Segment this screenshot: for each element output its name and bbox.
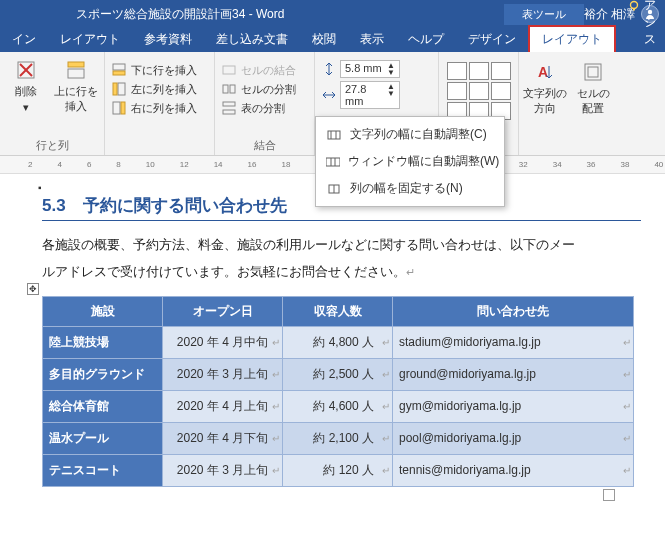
- tab-references[interactable]: 参考資料: [132, 27, 204, 52]
- window-title: スポーツ総合施設の開設計画34 - Word: [6, 6, 504, 23]
- svg-rect-31: [585, 64, 601, 80]
- insert-above-icon: [64, 58, 88, 82]
- svg-rect-10: [118, 83, 125, 95]
- spinner-icon[interactable]: ▲▼: [387, 62, 395, 76]
- svg-rect-6: [68, 69, 84, 78]
- tab-view[interactable]: 表示: [348, 27, 396, 52]
- facility-table[interactable]: 施設 オープン日 収容人数 問い合わせ先 陸上競技場2020 年 4 月中旬↵約…: [42, 296, 634, 487]
- merge-icon: [221, 62, 237, 78]
- ribbon-tabs: イン レイアウト 参考資料 差し込み文書 校閲 表示 ヘルプ デザイン レイアウ…: [0, 28, 665, 52]
- table-row: 温水プール2020 年 4 月下旬↵約 2,100 人↵pool@midoriy…: [43, 422, 634, 454]
- svg-rect-13: [121, 102, 125, 114]
- split-cells-button[interactable]: セルの分割: [221, 81, 308, 97]
- paragraph-line-2: ルアドレスで受け付けています。お気軽にお問合せください。↵: [42, 260, 641, 283]
- table-header-row: 施設 オープン日 収容人数 問い合わせ先: [43, 296, 634, 326]
- autofit-window-icon: [326, 154, 340, 170]
- table-row: 陸上競技場2020 年 4 月中旬↵約 4,800 人↵stadium@mido…: [43, 326, 634, 358]
- group-rowcol-extra: 下に行を挿入 左に列を挿入 右に列を挿入: [105, 52, 215, 155]
- split-table-button[interactable]: 表の分割: [221, 100, 308, 116]
- tab-table-layout[interactable]: レイアウト: [528, 25, 616, 52]
- svg-rect-2: [633, 8, 635, 10]
- th-facility: 施設: [43, 296, 163, 326]
- insert-left-button[interactable]: 左に列を挿入: [111, 81, 208, 97]
- th-open: オープン日: [163, 296, 283, 326]
- document-area[interactable]: ▪ 5.3 予約に関する問い合わせ先 各施設の概要、予約方法、料金、施設の利用ル…: [0, 174, 665, 487]
- align-ml[interactable]: [447, 82, 467, 100]
- align-tl[interactable]: [447, 62, 467, 80]
- split-cells-icon: [221, 81, 237, 97]
- svg-rect-18: [223, 110, 235, 114]
- svg-rect-11: [113, 83, 117, 95]
- autofit-window[interactable]: ウィンドウ幅に自動調整(W): [316, 148, 504, 175]
- tab-review[interactable]: 校閲: [300, 27, 348, 52]
- table-row: 多目的グラウンド2020 年 3 月上旬↵約 2,500 人↵ground@mi…: [43, 358, 634, 390]
- ribbon: 削除 ▾ 上に行を 挿入 行と列 下に行を挿入 左に列を挿入 右に列を挿入 セル…: [0, 52, 665, 156]
- table-row: 総合体育館2020 年 4 月上旬↵約 4,600 人↵gym@midoriya…: [43, 390, 634, 422]
- tell-me[interactable]: 操作アシス: [622, 0, 665, 52]
- tab-design-doc[interactable]: イン: [0, 27, 48, 52]
- fixed-width[interactable]: 列の幅を固定する(N): [316, 175, 504, 202]
- svg-rect-22: [328, 131, 340, 139]
- svg-rect-32: [588, 67, 598, 77]
- merge-cells-button[interactable]: セルの結合: [221, 62, 308, 78]
- insert-below-icon: [111, 62, 127, 78]
- group-cellsize: 5.8 mm▲▼ 27.8 mm▲▼ 自動調整 ▾ セルの 文字列の幅に自動調整…: [315, 52, 439, 155]
- svg-point-1: [631, 1, 638, 8]
- delete-button[interactable]: 削除 ▾: [6, 56, 46, 116]
- svg-rect-14: [223, 66, 235, 74]
- fixed-width-icon: [326, 181, 342, 197]
- align-mc[interactable]: [469, 82, 489, 100]
- table-move-handle[interactable]: ✥: [27, 283, 39, 295]
- bulb-icon: [628, 0, 640, 12]
- svg-rect-9: [113, 71, 125, 75]
- tab-table-design[interactable]: デザイン: [456, 27, 528, 52]
- insert-below-button[interactable]: 下に行を挿入: [111, 62, 208, 78]
- paragraph-line-1: 各施設の概要、予約方法、料金、施設の利用ルールなどに関する問い合わせは、以下のメ…: [42, 233, 641, 256]
- group-rowcol: 削除 ▾ 上に行を 挿入 行と列: [0, 52, 105, 155]
- insert-right-button[interactable]: 右に列を挿入: [111, 100, 208, 116]
- align-tc[interactable]: [469, 62, 489, 80]
- th-capacity: 収容人数: [283, 296, 393, 326]
- svg-text:A: A: [538, 64, 548, 80]
- autofit-dropdown: 文字列の幅に自動調整(C) ウィンドウ幅に自動調整(W) 列の幅を固定する(N): [315, 116, 505, 207]
- height-icon: [321, 61, 337, 77]
- chevron-down-icon: ▾: [23, 101, 29, 114]
- table-row: テニスコート2020 年 3 月上旬↵約 120 人↵tennis@midori…: [43, 454, 634, 486]
- svg-rect-25: [326, 158, 340, 166]
- svg-rect-16: [230, 85, 235, 93]
- svg-rect-12: [113, 102, 120, 114]
- cell-margins-button[interactable]: セルの 配置: [573, 58, 613, 118]
- insert-left-icon: [111, 81, 127, 97]
- text-direction-button[interactable]: A 文字列の 方向: [525, 58, 565, 118]
- insert-above-button[interactable]: 上に行を 挿入: [54, 56, 98, 116]
- align-tr[interactable]: [491, 62, 511, 80]
- tab-layout-doc[interactable]: レイアウト: [48, 27, 132, 52]
- col-width-input[interactable]: 27.8 mm▲▼: [321, 81, 432, 109]
- row-height-input[interactable]: 5.8 mm▲▼: [321, 60, 432, 78]
- table-resize-handle[interactable]: [603, 489, 615, 501]
- tab-help[interactable]: ヘルプ: [396, 27, 456, 52]
- svg-rect-8: [113, 64, 125, 70]
- tool-context-label: 表ツール: [504, 4, 584, 25]
- titlebar: スポーツ総合施設の開設計画34 - Word 表ツール 裕介 相澤: [0, 0, 665, 28]
- tab-mailings[interactable]: 差し込み文書: [204, 27, 300, 52]
- svg-rect-15: [223, 85, 228, 93]
- delete-icon: [14, 58, 38, 82]
- autofit-contents[interactable]: 文字列の幅に自動調整(C): [316, 121, 504, 148]
- svg-rect-17: [223, 102, 235, 106]
- align-mr[interactable]: [491, 82, 511, 100]
- cell-margins-icon: [581, 60, 605, 84]
- text-direction-icon: A: [533, 60, 557, 84]
- insert-right-icon: [111, 100, 127, 116]
- autofit-contents-icon: [326, 127, 342, 143]
- bullet-mark: ▪: [38, 182, 42, 193]
- svg-rect-7: [68, 62, 84, 67]
- spinner-icon[interactable]: ▲▼: [387, 83, 395, 107]
- th-contact: 問い合わせ先: [393, 296, 634, 326]
- group-align-extra: A 文字列の 方向 セルの 配置: [519, 52, 614, 155]
- split-table-icon: [221, 100, 237, 116]
- width-icon: [321, 87, 337, 103]
- group-merge: セルの結合 セルの分割 表の分割 結合: [215, 52, 315, 155]
